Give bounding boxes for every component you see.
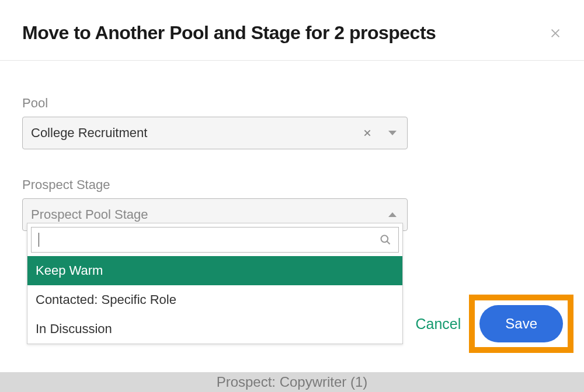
stage-label: Prospect Stage bbox=[22, 177, 562, 192]
cancel-button[interactable]: Cancel bbox=[415, 316, 461, 332]
pool-field-group: Pool College Recruitment bbox=[22, 96, 562, 149]
save-highlight-box: Save bbox=[469, 295, 573, 353]
modal-header: Move to Another Pool and Stage for 2 pro… bbox=[0, 0, 584, 61]
modal-body: Pool College Recruitment Prospect Stage … bbox=[0, 61, 584, 231]
stage-option-in-discussion[interactable]: In Discussion bbox=[27, 314, 402, 344]
search-input-container bbox=[31, 227, 399, 253]
chevron-up-icon[interactable] bbox=[388, 212, 397, 217]
stage-option-keep-warm[interactable]: Keep Warm bbox=[27, 256, 402, 285]
clear-icon[interactable] bbox=[363, 128, 372, 138]
background-strip: Prospect: Copywriter (1) bbox=[0, 372, 584, 392]
background-strip-text: Prospect: Copywriter (1) bbox=[217, 374, 368, 390]
svg-line-5 bbox=[387, 242, 390, 244]
chevron-down-icon[interactable] bbox=[388, 131, 397, 135]
modal-title: Move to Another Pool and Stage for 2 pro… bbox=[22, 22, 436, 44]
footer-actions: Cancel Save bbox=[415, 295, 573, 353]
save-button[interactable]: Save bbox=[479, 305, 563, 342]
search-icon bbox=[380, 234, 391, 246]
pool-select[interactable]: College Recruitment bbox=[22, 117, 408, 149]
pool-label: Pool bbox=[22, 96, 562, 111]
stage-option-contacted[interactable]: Contacted: Specific Role bbox=[27, 285, 402, 314]
stage-search-input[interactable] bbox=[39, 233, 380, 247]
pool-selected-value: College Recruitment bbox=[31, 125, 363, 141]
close-icon[interactable] bbox=[549, 27, 562, 40]
search-wrap bbox=[27, 223, 402, 256]
svg-point-4 bbox=[381, 236, 388, 243]
stage-dropdown-panel: Keep Warm Contacted: Specific Role In Di… bbox=[27, 223, 403, 344]
stage-placeholder: Prospect Pool Stage bbox=[31, 207, 388, 222]
